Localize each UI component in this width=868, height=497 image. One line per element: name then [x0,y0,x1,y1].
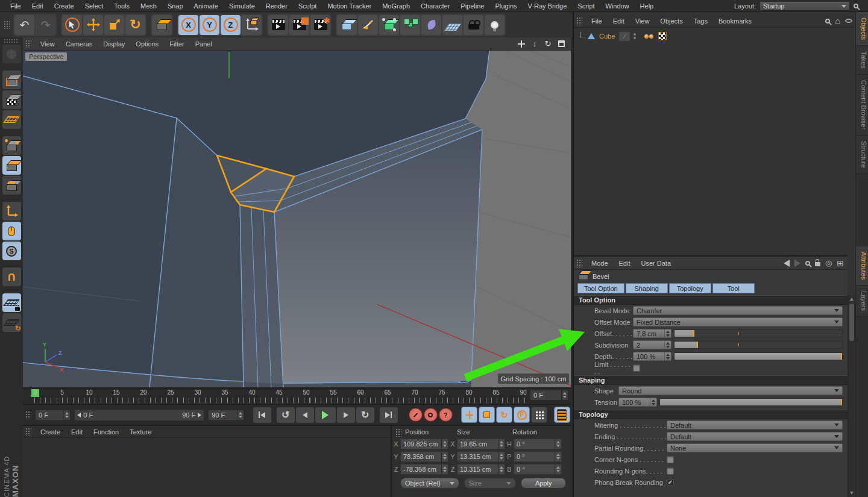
menu-item[interactable]: Snap [162,2,189,10]
object-menu-item[interactable]: Edit [608,17,630,25]
material-menu-item[interactable]: Edit [66,428,88,436]
shape-dropdown[interactable]: Round [618,386,843,395]
menu-item[interactable]: Animate [189,2,224,10]
range-start-field[interactable]: 0 F [35,410,71,420]
material-menu-item[interactable]: Texture [124,428,157,436]
render-view-button[interactable] [268,15,288,35]
tab-tool[interactable]: Tool [712,283,755,293]
viewport-menu-item[interactable]: Filter [164,40,189,48]
pan-view-icon[interactable] [517,39,526,49]
size-x-field[interactable]: 19.65 cm [457,439,505,449]
menu-item[interactable]: Window [600,2,634,10]
material-grip[interactable] [25,428,31,436]
transport-grip[interactable] [25,411,31,419]
depth-slider[interactable] [674,352,843,360]
menu-item[interactable]: Select [80,2,109,10]
goto-start-button[interactable] [253,407,271,423]
tab-tool-option[interactable]: Tool Option [577,283,624,293]
attribute-grip[interactable] [576,259,582,267]
tension-slider[interactable] [659,398,843,406]
section-topology[interactable]: Topology [574,410,848,419]
sidebar-grip[interactable] [4,39,19,43]
coordinate-system-button[interactable] [242,15,262,35]
scroll-down-icon[interactable] [850,492,854,495]
last-tool-button[interactable] [152,15,172,35]
size-y-field[interactable]: 13.315 cm [457,451,505,462]
edit-toggle[interactable]: ∕ [619,32,630,41]
menu-item[interactable]: Create [49,2,80,10]
home-icon[interactable]: ⌂ [835,16,840,25]
position-z-field[interactable]: -78.358 cm [400,464,448,475]
toolbar-grip[interactable] [4,20,10,29]
apply-button[interactable]: Apply [521,478,566,489]
tab-layers[interactable]: Layers [856,286,868,317]
object-menu-item[interactable]: Tags [688,17,713,25]
tab-shaping[interactable]: Shaping [626,283,668,293]
simulation-button[interactable]: S [2,242,21,260]
position-x-field[interactable]: 109.825 cm [400,439,448,449]
camera-button[interactable] [464,15,483,35]
menu-item[interactable]: Render [260,2,293,10]
subdivision-slider[interactable] [674,341,843,349]
rotate-view-icon[interactable]: ↻ [543,39,553,49]
next-key-button[interactable]: ↻ [356,407,374,423]
visibility-dots[interactable] [634,33,636,39]
range-end-field[interactable]: 90 F [208,410,244,420]
model-mode-button[interactable] [2,70,21,89]
history-back-icon[interactable] [784,260,790,267]
object-menu-item[interactable]: Objects [655,17,688,25]
object-name[interactable]: Cube [597,33,617,40]
bevel-mode-dropdown[interactable]: Chamfer [633,306,843,315]
preview-range-slider[interactable]: 0 F 90 F [74,409,204,421]
viewport-menu-item[interactable]: View [35,40,60,48]
goto-end-button[interactable] [380,407,398,423]
attribute-menu-item[interactable]: Mode [586,260,614,267]
object-menu-item[interactable]: Bookmarks [713,17,757,25]
menu-item[interactable]: Character [415,2,455,10]
key-parameter-toggle[interactable]: P [514,407,530,423]
menu-item[interactable]: Edit [27,2,49,10]
redo-button[interactable]: ↷ [36,15,55,35]
section-shaping[interactable]: Shaping [574,375,848,385]
attribute-menu-item[interactable]: Edit [614,260,636,267]
menu-item[interactable]: Plugins [489,2,522,10]
tab-takes[interactable]: Takes [856,46,868,75]
play-button[interactable] [315,407,336,423]
scale-tool-button[interactable] [104,15,124,35]
minimal-timeline-button[interactable] [554,407,570,423]
position-y-field[interactable]: 78.358 cm [400,451,448,462]
toggle-view-icon[interactable] [556,39,566,49]
points-mode-button[interactable] [2,136,21,155]
menu-item[interactable]: Script [572,2,600,10]
rotation-p-field[interactable]: 0 ° [514,451,562,462]
phong-break-checkbox[interactable]: ✓ [667,479,674,486]
tab-topology[interactable]: Topology [669,283,711,293]
next-frame-button[interactable] [337,407,355,423]
history-forward-icon[interactable] [794,260,800,267]
viewport-menu-item[interactable]: Panel [190,40,218,48]
menu-item[interactable]: Help [635,2,659,10]
offset-mode-dropdown[interactable]: Fixed Distance [633,317,843,327]
key-scale-toggle[interactable] [479,407,495,423]
partial-rounding-dropdown[interactable]: None [667,443,843,452]
subdivision-field[interactable]: 2 [633,340,671,349]
add-panel-icon[interactable]: ⊞ [837,259,844,267]
material-menu-item[interactable]: Function [88,428,124,436]
depth-field[interactable]: 100 % [633,352,671,361]
deformer-button[interactable] [421,15,441,35]
key-rotation-toggle[interactable]: ↻ [496,407,512,423]
menu-item[interactable]: V-Ray Bridge [523,2,573,10]
coordinate-mode-dropdown[interactable]: Object (Rel) [400,478,459,489]
lock-workplane-button[interactable] [2,293,21,312]
object-row-cube[interactable]: Cube ∕ [574,30,868,42]
search-icon[interactable] [825,19,830,23]
viewport-canvas[interactable]: Y Z X [23,51,571,387]
tab-attributes[interactable]: Attributes [856,246,868,286]
render-settings-button[interactable]: ✱ [310,15,330,35]
previous-key-button[interactable]: ↺ [277,407,295,423]
undo-button[interactable]: ↶ [14,15,34,35]
texture-tag-icon[interactable] [658,32,667,40]
lock-icon[interactable] [815,262,820,266]
tab-objects[interactable]: Objects [856,12,868,46]
coordinates-grip[interactable] [395,428,401,437]
